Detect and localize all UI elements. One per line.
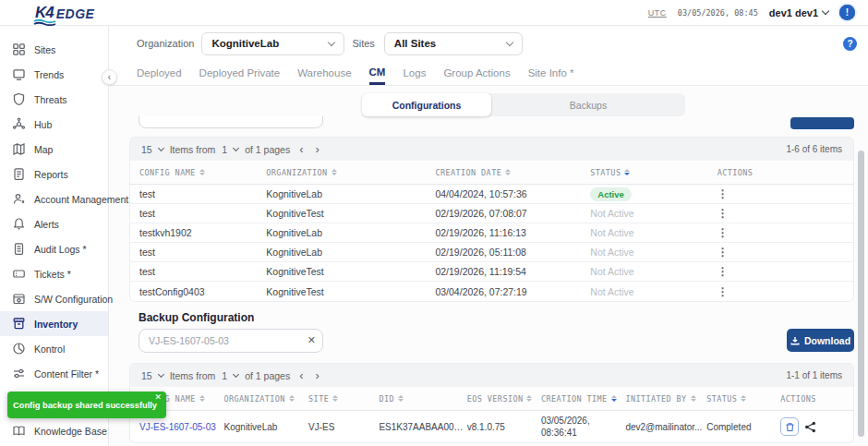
backup-search: ✕ [139, 329, 323, 353]
sites-select[interactable]: All Sites [384, 32, 523, 55]
sidebar-item-sw-configuration[interactable]: S/W Configuration [0, 286, 108, 311]
cell-creation-time: 03/05/2026, 08:36:41 [541, 415, 626, 439]
page-size-value[interactable]: 15 [141, 144, 152, 155]
prev-page-button[interactable]: ‹ [296, 143, 306, 155]
page-number-value[interactable]: 1 [222, 144, 227, 155]
row-actions-menu-icon[interactable]: ⋮ [717, 246, 729, 259]
sidebar-collapse-button[interactable]: ‹ [102, 69, 117, 85]
table-row[interactable]: testConfig0403 KognitiveTest 03/04/2026,… [130, 282, 853, 301]
column-header-initiated-by[interactable]: INITIATED BY [625, 394, 706, 404]
cell-config-name-link[interactable]: VJ-ES-1607-05-03 [139, 421, 224, 433]
vertical-scrollbar[interactable] [858, 151, 864, 437]
sidebar-item-trends[interactable]: Trends [0, 62, 108, 87]
subtab-backups[interactable]: Backups [491, 93, 685, 116]
tab-deployed-private[interactable]: Deployed Private [199, 61, 281, 85]
tab-group-actions[interactable]: Group Actions [443, 61, 510, 85]
sidebar: Sites Trends Threats Hub Map Reports Acc… [0, 26, 109, 446]
upload-button-cutoff[interactable] [790, 117, 854, 129]
sidebar-item-inventory[interactable]: Inventory [0, 311, 108, 336]
sidebar-item-knowledge-base[interactable]: Knowledge Base [0, 418, 108, 443]
sidebar-label: Alerts [34, 219, 59, 230]
k4edge-logo: K4 EDGE [35, 4, 94, 22]
delete-backup-button[interactable] [780, 417, 799, 436]
cell-status: Not Active [590, 227, 717, 238]
page-number-value[interactable]: 1 [222, 370, 227, 381]
cell-status: Not Active [590, 208, 717, 219]
items-range-label: 1-1 of 1 items [786, 370, 842, 380]
chevron-down-icon[interactable] [233, 371, 239, 378]
sort-icon [691, 395, 696, 402]
page-size-value[interactable]: 15 [141, 370, 152, 381]
row-actions-menu-icon[interactable]: ⋮ [717, 265, 729, 278]
column-header-creation-time[interactable]: CREATION TIME [541, 394, 626, 404]
table-row[interactable]: testkvh1902 KognitiveLab 02/19/2026, 11:… [130, 223, 853, 243]
row-actions-menu-icon[interactable]: ⋮ [717, 285, 729, 298]
row-actions-menu-icon[interactable]: ⋮ [717, 207, 729, 220]
column-header-site[interactable]: SITE [308, 394, 379, 404]
tab-cm[interactable]: CM [369, 61, 386, 85]
table-row[interactable]: test KognitiveTest 02/19/2026, 07:08:07 … [130, 204, 853, 223]
ticket-icon [12, 267, 26, 281]
cell-status: Completed [706, 422, 780, 432]
column-header-status[interactable]: STATUS [590, 168, 717, 177]
column-header-config-name[interactable]: CONFIG NAME [139, 168, 266, 177]
grid-icon [12, 42, 26, 56]
tab-warehouse[interactable]: Warehouse [297, 61, 351, 85]
organization-select[interactable]: KognitiveLab [201, 32, 344, 55]
sidebar-item-hub[interactable]: Hub [0, 112, 108, 137]
utc-toggle[interactable]: UTC [648, 8, 667, 18]
sidebar-item-threats[interactable]: Threats [0, 87, 108, 112]
items-range-label: 1-6 of 6 items [786, 144, 842, 154]
share-icon[interactable] [804, 421, 816, 433]
column-header-did[interactable]: DID [379, 394, 466, 404]
column-header-creation-date[interactable]: CREATION DATE [435, 168, 590, 177]
next-page-button[interactable]: › [313, 369, 322, 381]
chevron-down-icon[interactable] [233, 145, 239, 151]
column-header-organization[interactable]: ORGANIZATION [266, 168, 435, 177]
cell-status: Active [590, 187, 717, 201]
row-actions-menu-icon[interactable]: ⋮ [717, 187, 729, 200]
table-row[interactable]: test KognitiveLab 04/04/2024, 10:57:36 A… [130, 185, 853, 204]
subtab-configurations[interactable]: Configurations [362, 93, 491, 116]
sidebar-label: Reports [34, 169, 68, 180]
tab-site-info[interactable]: Site Info * [528, 61, 574, 85]
sidebar-item-tickets[interactable]: Tickets * [0, 261, 108, 286]
sort-icon-active [624, 169, 630, 175]
next-page-button[interactable]: › [313, 143, 322, 155]
column-header-organization[interactable]: ORGANIZATION [224, 394, 309, 404]
sidebar-item-sites[interactable]: Sites [0, 37, 108, 62]
sidebar-item-audit-logs[interactable]: Audit Logs * [0, 236, 108, 261]
help-icon[interactable]: ? [843, 37, 857, 51]
trash-icon [785, 422, 795, 432]
audit-log-icon [12, 242, 26, 256]
user-menu[interactable]: dev1 dev1 [769, 7, 828, 18]
backup-table-card: 15 Items from 1 of 1 pages ‹ › 1-1 of 1 … [129, 363, 854, 443]
backup-search-input[interactable] [139, 329, 323, 353]
config-search-input-cutoff[interactable] [139, 104, 323, 128]
table-row[interactable]: test KognitiveLab 02/19/2026, 05:11:08 N… [130, 243, 853, 262]
clear-search-icon[interactable]: ✕ [307, 334, 316, 346]
admin-badge-icon[interactable]: ! [839, 5, 855, 20]
tab-deployed[interactable]: Deployed [137, 61, 182, 85]
table-row[interactable]: test KognitiveTest 02/19/2026, 11:19:54 … [130, 262, 853, 282]
prev-page-button[interactable]: ‹ [296, 369, 306, 381]
tab-logs[interactable]: Logs [403, 61, 426, 85]
download-button[interactable]: Download [787, 329, 854, 352]
close-icon[interactable]: ✕ [154, 392, 162, 402]
sidebar-label: Hub [34, 119, 52, 130]
sidebar-item-map[interactable]: Map [0, 137, 108, 162]
sort-icon [526, 395, 532, 402]
sidebar-item-content-filter[interactable]: Content Filter * [0, 361, 108, 386]
chevron-down-icon[interactable] [158, 145, 164, 151]
sidebar-item-alerts[interactable]: Alerts [0, 211, 108, 236]
column-header-status[interactable]: STATUS [706, 394, 780, 404]
table-row[interactable]: VJ-ES-1607-05-03 KognitiveLab VJ-ES ES1K… [130, 411, 853, 442]
sidebar-item-kontrol[interactable]: Kontrol [0, 336, 108, 361]
of-pages-label: of 1 pages [245, 370, 290, 381]
column-header-eos-version[interactable]: EOS VERSION [467, 394, 541, 404]
sidebar-item-account-management[interactable]: Account Management [0, 187, 108, 211]
chevron-down-icon[interactable] [158, 371, 164, 378]
logo-edge-text: EDGE [56, 6, 95, 22]
sidebar-item-reports[interactable]: Reports [0, 162, 108, 187]
row-actions-menu-icon[interactable]: ⋮ [717, 226, 729, 239]
